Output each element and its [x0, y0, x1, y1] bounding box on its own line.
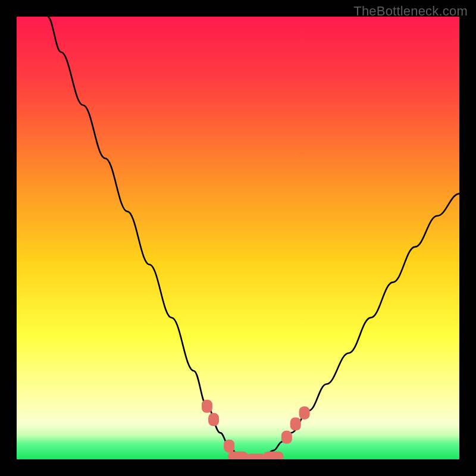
gradient-background	[17, 17, 459, 459]
curve-marker	[228, 452, 248, 459]
chart-svg	[17, 17, 459, 459]
curve-marker	[299, 406, 310, 419]
curve-marker	[202, 400, 212, 413]
watermark-text: TheBottleneck.com	[353, 4, 468, 19]
curve-marker	[224, 440, 234, 453]
curve-marker	[246, 454, 266, 459]
curve-marker	[264, 452, 284, 459]
plot-area	[17, 17, 459, 459]
curve-marker	[208, 413, 219, 426]
curve-marker	[281, 431, 292, 444]
chart-frame: TheBottleneck.com	[0, 0, 476, 476]
curve-marker	[290, 417, 301, 430]
